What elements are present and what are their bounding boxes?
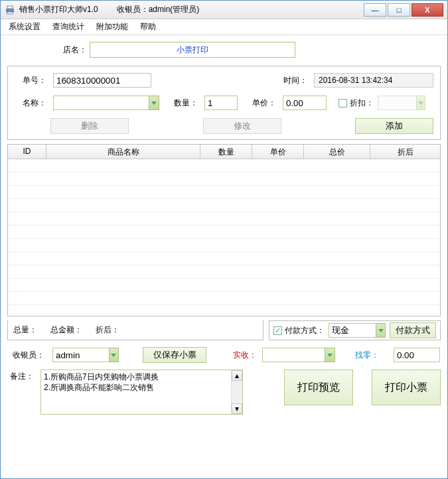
table-body[interactable] [8,159,440,316]
chevron-down-icon[interactable] [109,348,119,362]
cashier-label: 收银员： [7,350,44,361]
price-input[interactable] [283,96,327,110]
checkbox-icon [338,99,347,107]
remark-scrollbar[interactable]: ▴ ▾ [231,370,242,414]
shopname-row: 店名： 小票打印 [7,42,441,58]
scroll-up-icon[interactable]: ▴ [232,370,242,381]
chevron-down-icon[interactable] [376,323,386,338]
minimize-button[interactable]: — [364,3,386,17]
total-after-label: 折后： [96,324,119,336]
payment-bar: ✓ 付款方式： 付款方式 [269,320,441,340]
product-name-input[interactable] [53,96,149,110]
save-only-button[interactable]: 仅保存小票 [143,347,206,363]
scroll-down-icon[interactable]: ▾ [232,403,242,414]
totals-bar: 总量： 总金额： 折后： [7,320,263,340]
qty-input[interactable] [204,96,238,110]
discount-label: 折扣： [350,98,374,109]
menu-addons[interactable]: 附加功能 [91,20,133,34]
menubar: 系统设置 查询统计 附加功能 帮助 [1,19,447,35]
app-window: 销售小票打印大师v1.0 收银员：admin(管理员) — □ X 系统设置 查… [0,0,448,479]
window-user: 收银员：admin(管理员) [117,4,200,15]
shopname-box[interactable]: 小票打印 [90,42,295,58]
maximize-button[interactable]: □ [388,3,410,17]
menu-system-settings[interactable]: 系统设置 [3,20,46,34]
window-title: 销售小票打印大师v1.0 [19,4,98,15]
payment-method-checkbox[interactable]: ✓ 付款方式： [273,325,325,336]
items-table: ID 商品名称 数量 单价 总价 折后 [7,144,441,316]
change-label: 找零： [355,350,379,361]
chevron-down-icon[interactable] [325,348,335,362]
delete-button: 删除 [50,118,129,134]
content-area: 店名： 小票打印 单号： 时间： 2016-08-31 13:42:34 名称：… [1,35,447,478]
received-input[interactable] [262,348,325,362]
menu-help[interactable]: 帮助 [135,20,161,34]
received-combo[interactable] [262,348,335,362]
print-receipt-button[interactable]: 打印小票 [372,370,441,405]
printer-icon [5,5,15,15]
payment-method-input[interactable] [329,323,376,338]
remark-textarea[interactable]: 1.所购商品7日内凭购物小票调换 2.所调换商品不能影响二次销售 ▴ ▾ [40,370,243,415]
svg-rect-1 [7,6,13,9]
checkbox-checked-icon: ✓ [273,326,282,335]
col-qty[interactable]: 数量 [200,145,252,159]
payment-method-combo[interactable] [329,323,386,338]
remark-label: 备注： [7,370,34,382]
qty-label: 数量： [170,98,198,109]
col-after[interactable]: 折后 [370,145,440,159]
change-output [394,348,440,362]
order-time-label: 时间： [275,75,307,86]
total-amount-label: 总金额： [50,324,82,336]
remark-row: 备注： 1.所购商品7日内凭购物小票调换 2.所调换商品不能影响二次销售 ▴ ▾… [7,370,441,415]
print-preview-button[interactable]: 打印预览 [284,370,353,405]
product-name-label: 名称： [15,98,46,109]
discount-combo [378,96,425,110]
close-button[interactable]: X [411,3,443,17]
chevron-down-icon [416,96,425,110]
cashier-row: 收银员： 仅保存小票 实收： 找零： [7,347,441,363]
received-label: 实收： [233,350,257,361]
titlebar: 销售小票打印大师v1.0 收银员：admin(管理员) — □ X [1,1,447,19]
order-panel: 单号： 时间： 2016-08-31 13:42:34 名称： 数量： 单价： [7,66,441,140]
payment-method-label: 付款方式： [285,325,325,336]
order-no-label: 单号： [15,75,46,86]
cashier-combo[interactable] [52,348,119,362]
order-time-display: 2016-08-31 13:42:34 [314,73,433,88]
shopname-label: 店名： [7,44,87,56]
cashier-input[interactable] [52,348,109,362]
modify-button: 修改 [203,118,281,134]
table-header: ID 商品名称 数量 单价 总价 折后 [8,145,440,159]
col-price[interactable]: 单价 [252,145,304,159]
price-label: 单价： [248,98,276,109]
chevron-down-icon [151,102,157,105]
remark-text[interactable]: 1.所购商品7日内凭购物小票调换 2.所调换商品不能影响二次销售 [41,370,231,414]
col-total[interactable]: 总价 [304,145,370,159]
add-button[interactable]: 添加 [355,118,433,134]
menu-query-stats[interactable]: 查询统计 [47,20,90,34]
col-id[interactable]: ID [8,145,46,159]
order-no-input[interactable] [53,73,151,88]
svg-rect-2 [7,12,13,14]
col-name[interactable]: 商品名称 [46,145,200,159]
discount-checkbox[interactable]: 折扣： [338,98,374,109]
product-name-dropdown-button[interactable] [149,96,159,110]
product-name-combo[interactable] [53,96,159,110]
payment-method-button[interactable]: 付款方式 [390,322,436,338]
total-qty-label: 总量： [13,324,37,336]
